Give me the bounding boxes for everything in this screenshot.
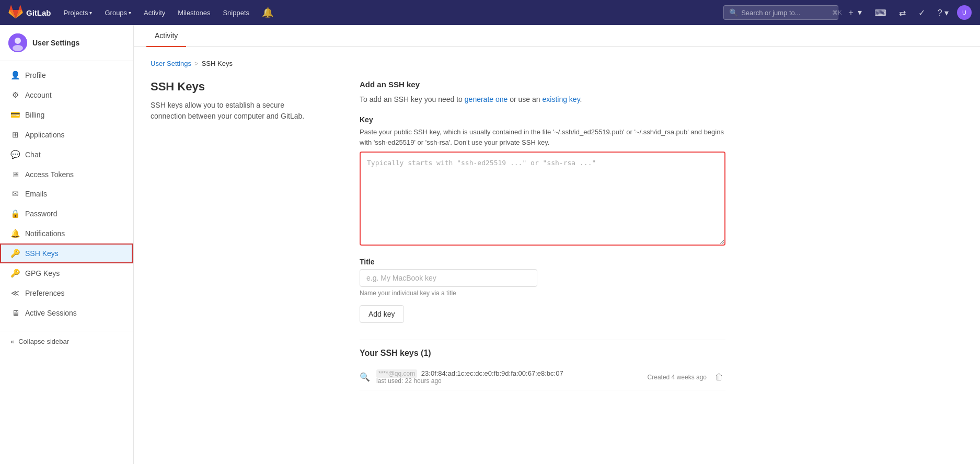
active-sessions-icon: 🖥 (10, 308, 20, 317)
nav-milestones[interactable]: Milestones (174, 7, 214, 19)
add-section-title: Add an SSH key (360, 80, 725, 89)
sidebar-item-account[interactable]: ⚙ Account (0, 85, 133, 105)
sidebar-item-label: GPG Keys (25, 269, 60, 277)
page-title: SSH Keys (151, 80, 318, 94)
chevron-down-icon: ▾ (89, 10, 92, 16)
sidebar-item-label: Chat (25, 150, 41, 159)
existing-key-link[interactable]: existing key (543, 95, 580, 103)
left-panel: SSH Keys SSH keys allow you to establish… (151, 80, 318, 390)
title-field-label: Title (360, 258, 725, 266)
keyboard-shortcut-icon[interactable]: ⌨ (870, 6, 891, 20)
svg-point-1 (15, 38, 21, 44)
ssh-key-row: 🔍 ****@qq.com 23:0f:84:ad:1c:ec:dc:e0:fb… (360, 364, 725, 390)
page-layout: User Settings 👤 Profile ⚙ Account 💳 Bill… (0, 25, 980, 464)
sidebar-item-ssh-keys[interactable]: 🔑 SSH Keys (0, 243, 133, 263)
account-icon: ⚙ (10, 90, 20, 100)
nav-snippets[interactable]: Snippets (218, 7, 253, 19)
sidebar-item-applications[interactable]: ⊞ Applications (0, 125, 133, 145)
sidebar-item-emails[interactable]: ✉ Emails (0, 184, 133, 204)
brand-logo[interactable]: GitLab (8, 5, 51, 20)
ssh-key-textarea[interactable] (360, 152, 725, 246)
sidebar-item-gpg-keys[interactable]: 🔑 GPG Keys (0, 263, 133, 283)
breadcrumb: User Settings > SSH Keys (151, 60, 849, 67)
sidebar-item-chat[interactable]: 💬 Chat (0, 145, 133, 165)
topnav: GitLab Projects ▾ Groups ▾ Activity Mile… (0, 0, 980, 25)
your-keys-title: Your SSH keys (1) (360, 340, 725, 358)
ssh-key-email-masked: ****@qq.com (376, 369, 417, 378)
content-grid: SSH Keys SSH keys allow you to establish… (151, 80, 849, 390)
chat-icon: 💬 (10, 150, 20, 159)
title-hint: Name your individual key via a title (360, 289, 725, 297)
emails-icon: ✉ (10, 189, 20, 199)
merge-request-icon[interactable]: ⇄ (895, 6, 910, 20)
plus-icon[interactable]: ＋ ▾ (843, 5, 866, 20)
sidebar-item-label: Emails (25, 190, 47, 198)
sidebar-item-label: Password (25, 210, 57, 218)
gitlab-logo-icon (8, 5, 23, 20)
sidebar: User Settings 👤 Profile ⚙ Account 💳 Bill… (0, 25, 134, 464)
key-field-description: Paste your public SSH key, which is usua… (360, 127, 725, 147)
sidebar-item-preferences[interactable]: ≪ Preferences (0, 283, 133, 303)
breadcrumb-current: SSH Keys (202, 60, 233, 67)
sidebar-item-label: Active Sessions (25, 309, 77, 317)
main-content: Activity User Settings > SSH Keys SSH Ke… (134, 25, 980, 464)
title-input[interactable] (360, 269, 537, 287)
password-icon: 🔒 (10, 209, 20, 218)
content-area: User Settings > SSH Keys SSH Keys SSH ke… (134, 47, 866, 403)
ssh-keys-icon: 🔑 (10, 249, 20, 258)
search-input[interactable] (741, 9, 829, 17)
delete-key-button[interactable]: 🗑 (713, 370, 725, 384)
sidebar-item-password[interactable]: 🔒 Password (0, 204, 133, 224)
sidebar-item-notifications[interactable]: 🔔 Notifications (0, 224, 133, 243)
nav-groups[interactable]: Groups ▾ (100, 7, 135, 19)
sidebar-item-label: Notifications (25, 229, 65, 238)
sidebar-item-label: SSH Keys (25, 249, 59, 258)
collapse-label: Collapse sidebar (18, 338, 69, 345)
notifications-icon: 🔔 (10, 229, 20, 238)
gpg-keys-icon: 🔑 (10, 269, 20, 278)
key-field-label: Key (360, 115, 725, 124)
issues-icon[interactable]: ✓ (914, 6, 929, 20)
help-icon[interactable]: ? ▾ (933, 6, 953, 20)
chevron-down-icon: ▾ (129, 10, 131, 16)
sidebar-nav: 👤 Profile ⚙ Account 💳 Billing ⊞ Applicat… (0, 61, 133, 327)
sidebar-title: User Settings (32, 39, 79, 47)
access-tokens-icon: 🖥 (10, 170, 20, 179)
right-panel: Add an SSH key To add an SSH key you nee… (360, 80, 725, 390)
sidebar-item-active-sessions[interactable]: 🖥 Active Sessions (0, 303, 133, 322)
avatar-image (8, 33, 27, 52)
billing-icon: 💳 (10, 110, 20, 120)
brand-name: GitLab (26, 8, 51, 17)
ssh-key-fingerprint: ****@qq.com 23:0f:84:ad:1c:ec:dc:e0:fb:9… (376, 369, 641, 377)
sidebar-item-label: Preferences (25, 289, 64, 297)
sidebar-item-label: Account (25, 91, 52, 99)
sidebar-item-label: Access Tokens (25, 170, 74, 179)
generate-key-link[interactable]: generate one (465, 95, 508, 103)
notification-icon[interactable]: 🔔 (258, 5, 278, 20)
sidebar-header: User Settings (0, 25, 133, 61)
add-key-description: To add an SSH key you need to generate o… (360, 94, 725, 105)
ssh-key-last-used: last used: 22 hours ago (376, 377, 641, 385)
preferences-icon: ≪ (10, 288, 20, 298)
collapse-sidebar-button[interactable]: « Collapse sidebar (0, 331, 133, 352)
sidebar-item-billing[interactable]: 💳 Billing (0, 105, 133, 125)
breadcrumb-separator: > (194, 60, 199, 67)
nav-projects[interactable]: Projects ▾ (60, 7, 97, 19)
breadcrumb-parent-link[interactable]: User Settings (151, 60, 191, 67)
user-avatar[interactable]: U (957, 5, 972, 20)
svg-point-2 (13, 45, 23, 51)
tab-activity[interactable]: Activity (146, 25, 186, 47)
sidebar-item-label: Billing (25, 111, 44, 119)
applications-icon: ⊞ (10, 130, 20, 140)
sidebar-item-access-tokens[interactable]: 🖥 Access Tokens (0, 165, 133, 184)
avatar (8, 33, 27, 52)
ssh-key-info: ****@qq.com 23:0f:84:ad:1c:ec:dc:e0:fb:9… (376, 369, 641, 385)
search-bar[interactable]: 🔍 ⌘K (723, 5, 838, 20)
sidebar-item-profile[interactable]: 👤 Profile (0, 65, 133, 85)
add-key-button[interactable]: Add key (360, 305, 404, 323)
profile-icon: 👤 (10, 71, 20, 80)
key-icon: 🔍 (360, 372, 370, 382)
tabs-bar: Activity (134, 25, 980, 47)
collapse-icon: « (10, 338, 14, 345)
nav-activity[interactable]: Activity (140, 7, 169, 19)
